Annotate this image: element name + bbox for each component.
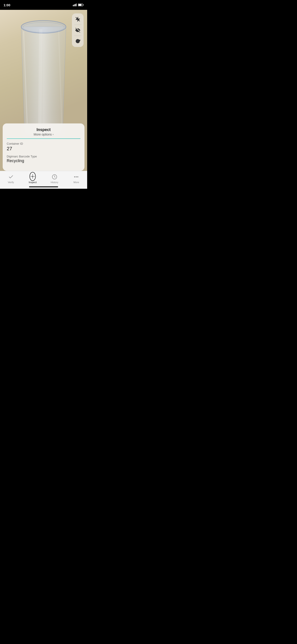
battery-icon [78, 4, 84, 6]
svg-rect-6 [76, 4, 77, 6]
card-more-options[interactable]: More options › [7, 132, 80, 136]
flash-off-icon [75, 17, 80, 22]
barcode-type-label: Digimarc Barcode Type [7, 155, 80, 158]
barcode-type-value: Recycling [7, 158, 80, 163]
status-icons [73, 4, 84, 6]
status-time: 1:00 [3, 3, 10, 7]
eye-off-icon [75, 28, 80, 33]
svg-rect-9 [78, 4, 82, 6]
signal-icon [73, 4, 77, 6]
container-id-label: Container ID [7, 142, 80, 145]
refresh-button[interactable] [73, 36, 83, 46]
visibility-off-button[interactable] [73, 25, 83, 35]
nav-item-verify[interactable]: Verify [0, 173, 22, 184]
more-label: More [73, 181, 79, 184]
svg-rect-8 [83, 4, 84, 6]
nav-item-more[interactable]: More [65, 173, 87, 184]
svg-rect-4 [74, 4, 75, 6]
nav-item-inspect[interactable]: Inspect [22, 173, 44, 184]
refresh-icon [75, 39, 80, 44]
card-header: Inspect More options › [7, 128, 80, 136]
barcode-type-field: Digimarc Barcode Type Recycling [7, 155, 80, 163]
nav-item-history[interactable]: History [43, 173, 65, 184]
container-id-value: 27 [7, 146, 80, 152]
status-bar: 1:00 [0, 0, 87, 10]
more-options-label: More options [34, 132, 52, 136]
verify-label: Verify [8, 181, 14, 184]
home-indicator [29, 186, 58, 188]
svg-point-21 [77, 177, 78, 177]
flash-off-button[interactable] [73, 14, 83, 24]
svg-point-1 [23, 22, 64, 32]
history-label: History [51, 181, 58, 184]
svg-point-13 [32, 176, 33, 177]
bottom-nav: Verify Inspect History [0, 171, 87, 189]
svg-point-20 [76, 177, 77, 177]
svg-point-19 [74, 177, 75, 177]
bottom-card: Inspect More options › Container ID 27 D… [3, 124, 84, 171]
svg-rect-5 [75, 4, 75, 6]
card-divider [7, 138, 80, 139]
history-icon [51, 174, 58, 180]
container-id-field: Container ID 27 [7, 142, 80, 152]
inspect-label: Inspect [29, 181, 37, 184]
more-icon [73, 174, 79, 180]
chevron-right-icon: › [52, 133, 53, 136]
card-title: Inspect [7, 128, 80, 132]
svg-rect-3 [73, 5, 73, 6]
verify-icon [8, 174, 14, 180]
camera-controls [72, 14, 84, 47]
inspect-icon [29, 174, 36, 180]
